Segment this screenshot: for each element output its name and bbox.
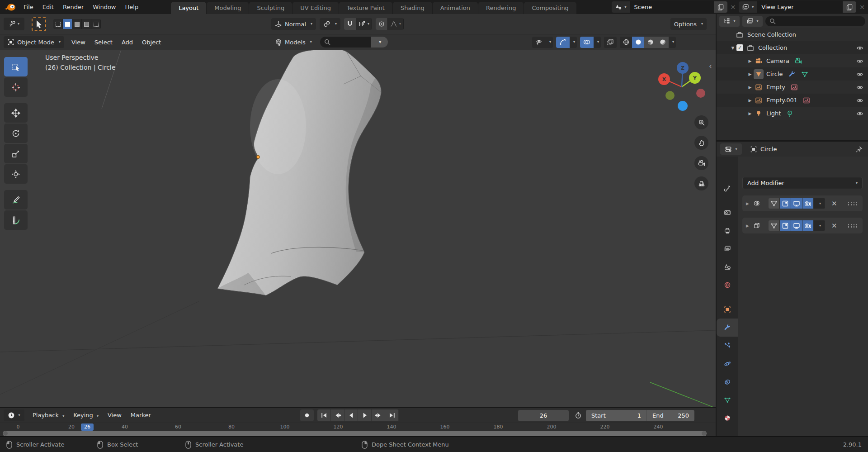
pivot-point-dropdown[interactable]: ▾ [320,18,340,30]
asset-category-dropdown[interactable]: Models ▾ [271,36,316,48]
tab-world[interactable] [717,276,738,294]
viewport-3d[interactable]: User Perspective (26) Collection | Circl… [0,50,716,407]
edit-mode-display-toggle[interactable] [769,198,780,209]
tab-object-data[interactable] [717,391,738,409]
outliner-row[interactable]: ▶ Camera [717,54,868,67]
show-overlays-toggle[interactable] [580,37,594,48]
render-display-toggle[interactable] [802,220,814,231]
menu-item[interactable]: File [19,0,38,14]
tab-particles[interactable] [717,337,738,355]
gizmos-dropdown[interactable]: ▾ [570,37,577,48]
expand-caret[interactable]: ▼ [729,46,736,50]
mirror-modifier-row[interactable]: ▶ ▾ ✕ [742,195,863,211]
data-badge-icon[interactable] [795,57,802,65]
object-name[interactable]: Scene Collection [747,31,796,38]
eye-icon[interactable] [856,97,863,104]
xray-toggle[interactable] [604,37,617,48]
workspace-tab[interactable]: Layout [171,2,206,14]
outliner-display-mode-dropdown[interactable]: ▾ [719,16,740,27]
eye-icon[interactable] [856,84,863,91]
frame-start-field[interactable]: Start1 [586,410,646,421]
pin-icon[interactable] [855,146,863,153]
tab-physics[interactable] [717,355,738,373]
tab-material[interactable] [717,409,738,427]
search-filter-dropdown[interactable]: ▾ [371,37,388,48]
eye-icon[interactable] [856,71,863,78]
shading-wireframe-button[interactable] [620,37,632,48]
scene-unlink-icon[interactable]: ✕ [727,4,739,11]
drag-handle[interactable] [847,224,858,228]
object-name[interactable]: Camera [766,57,789,64]
menu-item[interactable]: Help [121,0,143,14]
shading-solid-button[interactable] [632,37,644,48]
pan-hand-icon[interactable] [694,136,708,150]
current-frame-field[interactable]: 26 [518,410,569,421]
tab-scene[interactable] [717,258,738,276]
workspace-tab[interactable]: Shading [393,2,432,14]
proportional-edit-toggle[interactable] [376,18,388,30]
tool-transform[interactable] [4,164,28,184]
eye-icon[interactable] [856,110,863,117]
outliner-row[interactable]: ▶ Empty [717,81,868,94]
select-mode-set[interactable] [53,19,63,29]
tool-cursor[interactable] [4,77,28,97]
expand-caret[interactable]: ▶ [746,201,753,206]
select-mode-extend[interactable] [63,19,72,29]
axis-neg-y-ball[interactable] [665,91,675,100]
view-layer-browse-button[interactable]: ▾ [739,1,757,13]
shading-material-button[interactable] [644,37,656,48]
properties-editor-type-dropdown[interactable]: ▾ [720,143,742,155]
scene-browse-button[interactable]: ▾ [612,1,630,13]
object-origin-dot[interactable] [256,155,260,159]
snap-toggle[interactable] [344,18,356,30]
workspace-tab[interactable]: Modeling [207,2,249,14]
proportional-falloff-dropdown[interactable]: ▾ [388,18,404,30]
select-mode-intersect[interactable] [91,19,101,29]
outliner-row[interactable]: ▶ Empty.001 [717,94,868,107]
solidify-modifier-row[interactable]: ▶ ▾ ✕ [742,218,863,233]
tab-modifiers[interactable] [717,319,738,337]
timeline-view-menu[interactable]: View [103,408,126,423]
axis-x-ball[interactable]: X [658,73,670,85]
menu-item[interactable]: Window [88,0,120,14]
current-frame-badge[interactable]: 26 [81,423,94,431]
drag-handle[interactable] [847,201,858,206]
axis-neg-z-ball[interactable] [678,101,688,111]
axis-z-ball[interactable]: Z [677,62,689,74]
scene-new-button[interactable] [714,1,727,13]
workspace-tab[interactable]: UV Editing [292,2,339,14]
torso-model[interactable] [217,50,381,295]
object-name[interactable]: Light [766,110,781,117]
render-display-toggle[interactable] [802,198,814,209]
options-dropdown[interactable]: Options ▾ [670,18,707,30]
viewport-display-toggle[interactable] [791,198,802,209]
tab-tool[interactable] [717,179,738,197]
expand-caret[interactable]: ▶ [746,85,754,90]
search-input[interactable] [320,37,371,48]
shading-rendered-button[interactable] [656,37,669,48]
view-layer-name-field[interactable]: View Layer [757,1,843,13]
breadcrumb-object-name[interactable]: Circle [760,146,777,152]
snap-target-dropdown[interactable]: ▾ [356,18,372,30]
data-badge-icon[interactable] [791,84,798,91]
camera-view-icon[interactable] [694,156,708,170]
add-menu[interactable]: Add [117,39,137,46]
outliner-search-input[interactable] [765,16,865,26]
tab-constraints[interactable] [717,373,738,391]
axis-y-ball[interactable]: Y [689,72,701,84]
object-name[interactable]: Empty.001 [766,97,797,104]
timeline-ruler[interactable]: 26 020406080100120140160180200220240 [0,423,716,431]
data-badge-icon[interactable] [788,71,796,78]
tool-rotate[interactable] [4,124,28,143]
tool-scale[interactable] [4,144,28,163]
expand-caret[interactable]: ▶ [746,98,754,103]
next-keyframe-button[interactable] [372,409,385,421]
jump-to-start-button[interactable] [317,409,331,421]
outliner-row[interactable]: ▶ Light [717,107,868,120]
expand-caret[interactable]: ▶ [746,224,753,228]
tab-object[interactable] [717,300,738,319]
transform-orientation-dropdown[interactable]: Normal ▾ [271,18,316,30]
eye-icon[interactable] [856,44,863,52]
tab-view-layer[interactable] [717,240,738,258]
delete-modifier-icon[interactable]: ✕ [831,200,837,208]
